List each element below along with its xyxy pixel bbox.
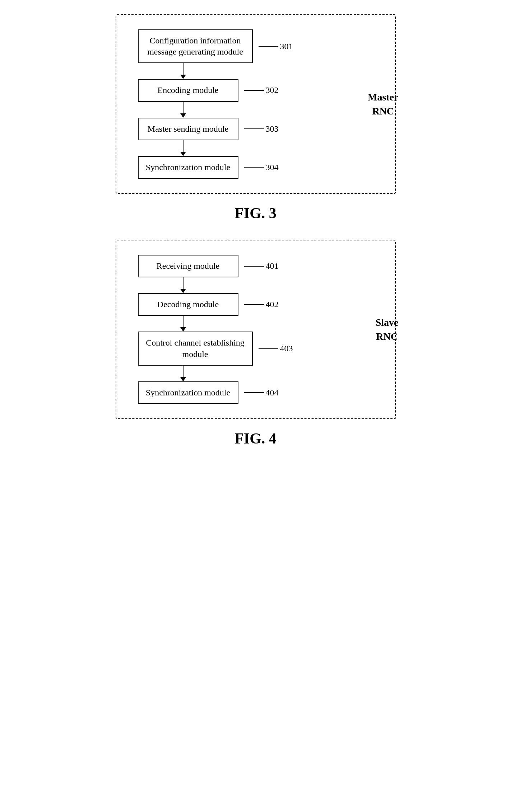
fig3-label-304: 304 [244, 163, 279, 172]
fig3-label-301: 301 [259, 42, 293, 51]
fig3-row-303: Master sending module 303 [138, 118, 373, 140]
fig3-module-302: Encoding module [138, 79, 238, 102]
fig4-flow: Receiving module 401 Decoding module [138, 255, 373, 404]
fig3-module-304: Synchronization module [138, 156, 238, 179]
fig4-module-401: Receiving module [138, 255, 238, 277]
fig4-module-402: Decoding module [138, 293, 238, 316]
fig3-row-302: Encoding module 302 [138, 79, 373, 102]
fig3-flow: Configuration information message genera… [138, 29, 373, 179]
fig3-arrow-3 [138, 140, 186, 156]
fig3-arrow-1 [138, 63, 186, 79]
fig3-label-302: 302 [244, 85, 279, 95]
fig4-arrow-3 [138, 366, 186, 381]
fig4-row-404: Synchronization module 404 [138, 381, 373, 404]
fig3-label-303: 303 [244, 124, 279, 134]
fig4-row-403: Control channel establishing module 403 [138, 332, 373, 365]
fig3-caption: FIG. 3 [234, 205, 277, 222]
fig4-arrow-1 [138, 277, 186, 293]
fig3-side-label: MasterRNC [368, 90, 399, 118]
fig4-label-401: 401 [244, 261, 279, 271]
fig3-row-304: Synchronization module 304 [138, 156, 373, 179]
fig3-wrapper: MasterRNC Configuration information mess… [116, 14, 396, 194]
fig4-side-label: SlaveRNC [376, 315, 399, 343]
diagram-container: MasterRNC Configuration information mess… [94, 14, 417, 465]
fig4-caption: FIG. 4 [234, 430, 277, 447]
fig4-wrapper: SlaveRNC Receiving module 401 De [116, 240, 396, 419]
fig3-module-303: Master sending module [138, 118, 238, 140]
fig4-label-403: 403 [259, 344, 293, 353]
fig4-arrow-2 [138, 316, 186, 332]
fig4-row-401: Receiving module 401 [138, 255, 373, 277]
fig3-row-301: Configuration information message genera… [138, 29, 373, 63]
fig3-arrow-2 [138, 102, 186, 118]
fig4-module-403: Control channel establishing module [138, 332, 253, 365]
fig4-module-404: Synchronization module [138, 381, 238, 404]
fig4-label-402: 402 [244, 300, 279, 309]
fig4-label-404: 404 [244, 388, 279, 398]
fig3-module-301: Configuration information message genera… [138, 29, 253, 63]
fig4-row-402: Decoding module 402 [138, 293, 373, 316]
